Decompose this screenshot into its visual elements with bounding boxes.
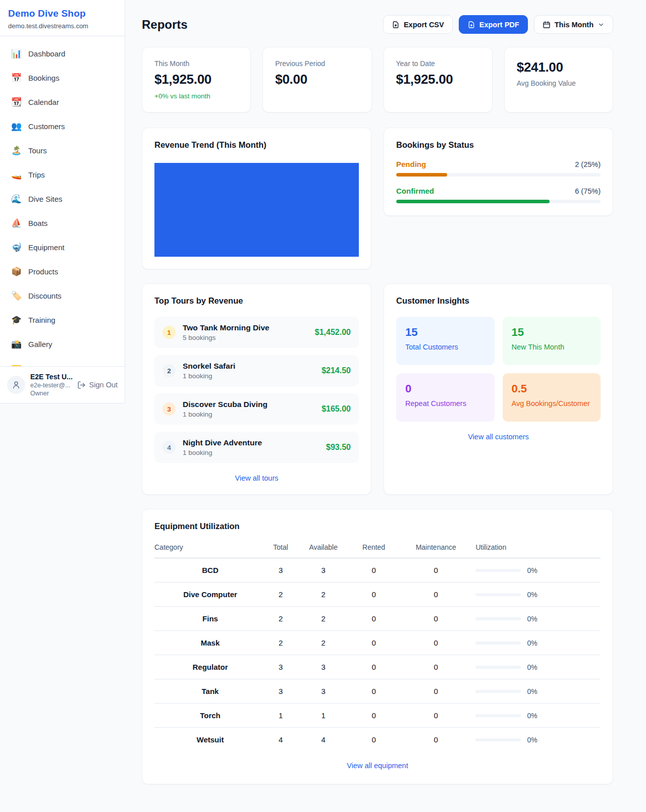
cell-maintenance: 0 bbox=[396, 583, 476, 607]
rank-badge: 1 bbox=[163, 326, 176, 339]
table-row: Dive Computer 2 2 0 0 0% bbox=[154, 583, 601, 607]
sidebar-item-trips[interactable]: 🚤Trips bbox=[4, 164, 121, 185]
cell-category: Fins bbox=[154, 607, 266, 631]
stat-value: $241.00 bbox=[517, 60, 601, 75]
cell-utilization: 0% bbox=[475, 583, 601, 607]
sidebar-item-tours[interactable]: 🏝️Tours bbox=[4, 140, 121, 161]
column-rented: Rented bbox=[351, 538, 396, 558]
cell-available: 3 bbox=[295, 679, 351, 704]
sidebar-item-gallery[interactable]: 📸Gallery bbox=[4, 334, 121, 355]
cell-available: 4 bbox=[295, 728, 351, 752]
trips-icon: 🚤 bbox=[11, 169, 21, 180]
tour-name: Night Dive Adventure bbox=[183, 438, 319, 447]
sidebar-item-label: Customers bbox=[28, 122, 65, 131]
sidebar-nav: 📊Dashboard 📅Bookings 📆Calendar 👥Customer… bbox=[0, 36, 125, 366]
tile-total-customers: 15 Total Customers bbox=[396, 317, 495, 365]
stat-card-this-month: This Month $1,925.00 +0% vs last month bbox=[142, 47, 251, 112]
tour-row: 1 Two Tank Morning Dive5 bookings $1,452… bbox=[154, 317, 359, 348]
status-row-pending: Pending 2 (25%) bbox=[396, 160, 601, 177]
topbar: Reports Export CSV Export PDF This Month bbox=[142, 15, 613, 34]
table-header-row: Category Total Available Rented Maintena… bbox=[154, 538, 601, 558]
utilization-bar-track bbox=[475, 666, 521, 669]
status-count: 2 (25%) bbox=[575, 160, 601, 168]
status-bar-fill bbox=[396, 200, 550, 203]
table-row: Regulator 3 3 0 0 0% bbox=[154, 655, 601, 679]
sidebar-item-dashboard[interactable]: 📊Dashboard bbox=[4, 43, 121, 64]
tour-bookings: 1 booking bbox=[183, 411, 314, 418]
products-icon: 📦 bbox=[11, 266, 21, 277]
status-bar-fill bbox=[396, 173, 447, 177]
utilization-bar-track bbox=[475, 642, 521, 645]
status-label: Confirmed bbox=[396, 187, 434, 195]
brand: Demo Dive Shop demo.test.divestreams.com bbox=[0, 0, 125, 36]
sidebar-item-products[interactable]: 📦Products bbox=[4, 261, 121, 282]
status-row-confirmed: Confirmed 6 (75%) bbox=[396, 187, 601, 203]
cell-available: 2 bbox=[295, 631, 351, 655]
user-icon bbox=[12, 380, 21, 389]
cell-utilization: 0% bbox=[475, 558, 601, 583]
sidebar-item-label: Calendar bbox=[28, 98, 59, 106]
stat-delta: +0% vs last month bbox=[154, 92, 238, 100]
insight-grid: 15 Total Customers 15 New This Month 0 R… bbox=[396, 317, 601, 422]
sidebar-item-discounts[interactable]: 🏷️Discounts bbox=[4, 285, 121, 306]
cell-total: 3 bbox=[266, 558, 295, 583]
view-all-customers-link[interactable]: View all customers bbox=[396, 433, 601, 441]
export-csv-label: Export CSV bbox=[404, 21, 444, 29]
view-all-tours-link[interactable]: View all tours bbox=[154, 474, 359, 482]
user-footer: E2E Test U... e2e-tester@... Owner Sign … bbox=[0, 366, 125, 403]
export-csv-button[interactable]: Export CSV bbox=[383, 15, 453, 34]
cell-category: Dive Computer bbox=[154, 583, 266, 607]
cell-total: 2 bbox=[266, 607, 295, 631]
cell-available: 3 bbox=[295, 655, 351, 679]
revenue-trend-chart bbox=[154, 163, 359, 257]
export-pdf-button[interactable]: Export PDF bbox=[459, 15, 528, 34]
view-all-equipment-link[interactable]: View all equipment bbox=[154, 762, 601, 770]
sign-out-icon bbox=[77, 381, 86, 389]
cell-category: Regulator bbox=[154, 655, 266, 679]
stat-card-year-to-date: Year to Date $1,925.00 bbox=[384, 47, 493, 112]
utilization-label: 0% bbox=[527, 663, 537, 671]
sidebar-item-training[interactable]: 🎓Training bbox=[4, 310, 121, 330]
utilization-bar-track bbox=[475, 593, 521, 596]
column-available: Available bbox=[295, 538, 351, 558]
sign-out-button[interactable]: Sign Out bbox=[77, 381, 118, 389]
cell-maintenance: 0 bbox=[396, 631, 476, 655]
sidebar-item-equipment[interactable]: 🤿Equipment bbox=[4, 237, 121, 258]
sidebar-item-dive-sites[interactable]: 🌊Dive Sites bbox=[4, 189, 121, 209]
tour-bookings: 1 booking bbox=[183, 372, 314, 380]
table-row: Torch 1 1 0 0 0% bbox=[154, 704, 601, 728]
sidebar-item-pos[interactable]: 💳POS bbox=[4, 358, 121, 366]
cell-rented: 0 bbox=[351, 607, 396, 631]
table-row: Tank 3 3 0 0 0% bbox=[154, 679, 601, 704]
utilization-label: 0% bbox=[527, 566, 537, 574]
dive-sites-icon: 🌊 bbox=[11, 194, 21, 204]
tile-value: 0 bbox=[405, 382, 486, 395]
tour-revenue: $165.00 bbox=[321, 404, 351, 414]
tour-bookings: 1 booking bbox=[183, 449, 319, 456]
header-actions: Export CSV Export PDF This Month bbox=[383, 15, 613, 34]
discounts-icon: 🏷️ bbox=[11, 291, 21, 301]
brand-domain: demo.test.divestreams.com bbox=[8, 22, 117, 30]
card-title: Customer Insights bbox=[396, 296, 601, 306]
tile-value: 0.5 bbox=[512, 382, 592, 395]
sidebar-item-bookings[interactable]: 📅Bookings bbox=[4, 68, 121, 88]
cell-maintenance: 0 bbox=[396, 679, 476, 704]
tile-repeat-customers: 0 Repeat Customers bbox=[396, 373, 495, 422]
export-pdf-label: Export PDF bbox=[479, 21, 519, 29]
stat-value: $1,925.00 bbox=[154, 72, 238, 87]
equipment-icon: 🤿 bbox=[11, 242, 21, 253]
calendar-icon: 📆 bbox=[11, 97, 21, 107]
sidebar-item-boats[interactable]: ⛵Boats bbox=[4, 213, 121, 234]
sidebar-item-label: Discounts bbox=[28, 292, 62, 300]
customer-insights-card: Customer Insights 15 Total Customers 15 … bbox=[384, 283, 613, 495]
file-download-icon bbox=[467, 21, 475, 29]
cell-rented: 0 bbox=[351, 679, 396, 704]
period-dropdown[interactable]: This Month bbox=[534, 15, 613, 34]
cell-maintenance: 0 bbox=[396, 655, 476, 679]
cell-maintenance: 0 bbox=[396, 607, 476, 631]
sidebar-item-calendar[interactable]: 📆Calendar bbox=[4, 92, 121, 112]
tile-value: 15 bbox=[512, 326, 592, 339]
sidebar-item-customers[interactable]: 👥Customers bbox=[4, 116, 121, 137]
revenue-trend-card: Revenue Trend (This Month) bbox=[142, 128, 371, 269]
sidebar-item-label: Dashboard bbox=[28, 49, 65, 58]
